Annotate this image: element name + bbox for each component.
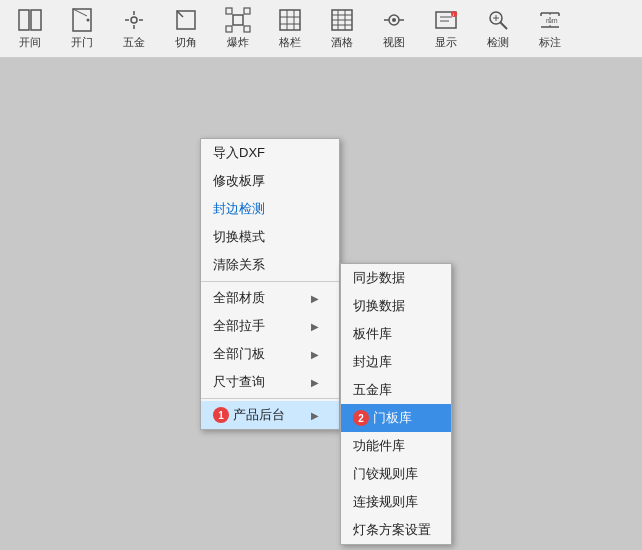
svg-point-4	[87, 19, 90, 22]
menu-item-clear-relation[interactable]: 清除关系	[201, 251, 339, 279]
svg-rect-12	[233, 15, 243, 25]
submenu-item-light-strip-settings[interactable]: 灯条方案设置	[341, 516, 451, 544]
toolbar-item-baozha[interactable]: 爆炸	[212, 3, 264, 55]
submenu-item-sync-data[interactable]: 同步数据	[341, 264, 451, 292]
menu-item-all-material[interactable]: 全部材质 ▶	[201, 284, 339, 312]
svg-line-38	[501, 23, 508, 30]
submenu-item-func-parts-lib[interactable]: 功能件库	[341, 432, 451, 460]
biaozhu-icon: mm	[537, 7, 563, 33]
svg-point-29	[392, 18, 396, 22]
submenu-arrow-5: ▶	[311, 410, 319, 421]
kaimen-label: 开门	[71, 35, 93, 50]
badge-1: 1	[213, 407, 229, 423]
svg-rect-15	[226, 26, 232, 32]
separator-2	[201, 398, 339, 399]
baozha-label: 爆炸	[227, 35, 249, 50]
menu-item-all-handle[interactable]: 全部拉手 ▶	[201, 312, 339, 340]
biaozhu-label: 标注	[539, 35, 561, 50]
kaimen-icon	[69, 7, 95, 33]
main-area: 导入DXF 修改板厚 封边检测 切换模式 清除关系 全部材质 ▶ 全部拉手 ▶ …	[0, 58, 642, 550]
toolbar-item-jiuge[interactable]: 酒格	[316, 3, 368, 55]
submenu-arrow-2: ▶	[311, 321, 319, 332]
submenu-item-edge-lib[interactable]: 封边库	[341, 348, 451, 376]
jiuge-icon	[329, 7, 355, 33]
toolbar-item-biaozhu[interactable]: mm 标注	[524, 3, 576, 55]
toolbar-item-shitu[interactable]: 视图	[368, 3, 420, 55]
svg-point-5	[131, 17, 137, 23]
jiuge-label: 酒格	[331, 35, 353, 50]
wujin-icon	[121, 7, 147, 33]
svg-rect-0	[19, 10, 29, 30]
submenu-item-panel-lib[interactable]: 板件库	[341, 320, 451, 348]
menu-item-edge-detect[interactable]: 封边检测	[201, 195, 339, 223]
submenu-item-door-panel-lib[interactable]: 2 门板库	[341, 404, 451, 432]
separator-1	[201, 281, 339, 282]
svg-rect-13	[226, 8, 232, 14]
shitu-icon	[381, 7, 407, 33]
svg-rect-17	[280, 10, 300, 30]
svg-line-3	[73, 9, 87, 16]
toolbar-item-kaimen[interactable]: 开门	[56, 3, 108, 55]
submenu-item-connect-rules-lib[interactable]: 连接规则库	[341, 488, 451, 516]
jiance-label: 检测	[487, 35, 509, 50]
svg-rect-1	[31, 10, 41, 30]
qiejiao-icon	[173, 7, 199, 33]
svg-text:mm: mm	[546, 17, 558, 24]
menu-item-import-dxf[interactable]: 导入DXF	[201, 139, 339, 167]
toolbar-item-wujin[interactable]: 五金	[108, 3, 160, 55]
svg-rect-14	[244, 8, 250, 14]
submenu-item-hardware-lib[interactable]: 五金库	[341, 376, 451, 404]
toolbar-item-kaijian[interactable]: 开间	[4, 3, 56, 55]
qiejiao-label: 切角	[175, 35, 197, 50]
baozha-icon	[225, 7, 251, 33]
svg-line-11	[177, 11, 183, 17]
menu-item-modify-thickness[interactable]: 修改板厚	[201, 167, 339, 195]
submenu-arrow-3: ▶	[311, 349, 319, 360]
menu-item-product-backend[interactable]: 1 产品后台 ▶	[201, 401, 339, 429]
menu-item-all-panel[interactable]: 全部门板 ▶	[201, 340, 339, 368]
menu-item-switch-mode[interactable]: 切换模式	[201, 223, 339, 251]
menu-item-size-query[interactable]: 尺寸查询 ▶	[201, 368, 339, 396]
xianshi-label: 显示	[435, 35, 457, 50]
submenu-arrow-1: ▶	[311, 293, 319, 304]
submenu-item-switch-data[interactable]: 切换数据	[341, 292, 451, 320]
toolbar: 开间 开门 五金	[0, 0, 642, 58]
svg-text:i: i	[453, 12, 454, 17]
toolbar-item-gelan[interactable]: 格栏	[264, 3, 316, 55]
badge-2: 2	[353, 410, 369, 426]
wujin-label: 五金	[123, 35, 145, 50]
gelan-label: 格栏	[279, 35, 301, 50]
xianshi-icon: i	[433, 7, 459, 33]
toolbar-item-xianshi[interactable]: i 显示	[420, 3, 472, 55]
svg-rect-16	[244, 26, 250, 32]
submenu-item-hinge-rules-lib[interactable]: 门铰规则库	[341, 460, 451, 488]
kaijian-label: 开间	[19, 35, 41, 50]
toolbar-item-jiance[interactable]: 检测	[472, 3, 524, 55]
gelan-icon	[277, 7, 303, 33]
kaijian-icon	[17, 7, 43, 33]
submenu-product-backend: 同步数据 切换数据 板件库 封边库 五金库 2 门板库 功能件库 门铰规则库 连…	[340, 263, 452, 545]
jiance-icon	[485, 7, 511, 33]
context-menu: 导入DXF 修改板厚 封边检测 切换模式 清除关系 全部材质 ▶ 全部拉手 ▶ …	[200, 138, 340, 430]
submenu-arrow-4: ▶	[311, 377, 319, 388]
toolbar-item-qiejiao[interactable]: 切角	[160, 3, 212, 55]
shitu-label: 视图	[383, 35, 405, 50]
